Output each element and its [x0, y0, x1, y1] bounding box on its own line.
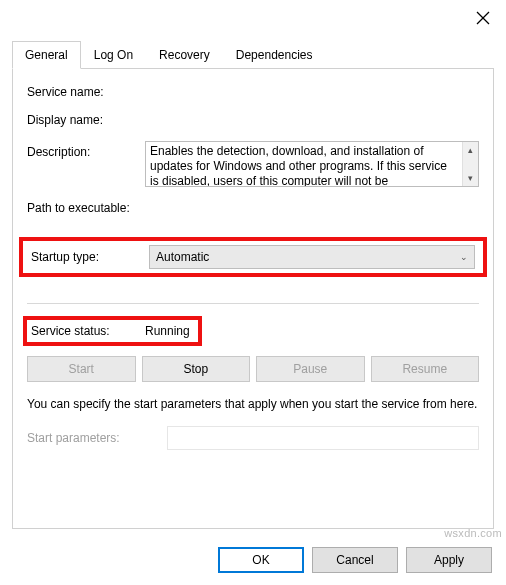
close-icon[interactable] [476, 11, 490, 25]
tab-dependencies[interactable]: Dependencies [223, 41, 326, 69]
resume-button: Resume [371, 356, 480, 382]
service-status-value: Running [145, 324, 190, 338]
startup-type-combobox[interactable]: Automatic ⌄ [149, 245, 475, 269]
watermark: wsxdn.com [444, 527, 502, 539]
tab-recovery[interactable]: Recovery [146, 41, 223, 69]
service-status-label: Service status: [27, 324, 145, 338]
description-box: Enables the detection, download, and ins… [145, 141, 479, 187]
dialog-buttons: OK Cancel Apply [218, 547, 492, 573]
pause-button: Pause [256, 356, 365, 382]
tab-logon[interactable]: Log On [81, 41, 146, 69]
scroll-down-icon[interactable]: ▾ [463, 170, 478, 186]
start-button: Start [27, 356, 136, 382]
description-text: Enables the detection, download, and ins… [146, 142, 462, 186]
cancel-button[interactable]: Cancel [312, 547, 398, 573]
start-parameters-label: Start parameters: [27, 431, 167, 445]
startup-type-value: Automatic [156, 250, 209, 264]
tab-panel-general: Service name: Display name: Description:… [12, 69, 494, 529]
service-status-highlight: Service status: Running [23, 316, 202, 346]
path-label: Path to executable: [27, 201, 145, 215]
display-name-label: Display name: [27, 113, 145, 127]
chevron-down-icon: ⌄ [460, 252, 468, 262]
tabstrip: General Log On Recovery Dependencies [12, 40, 494, 69]
apply-button[interactable]: Apply [406, 547, 492, 573]
separator [27, 303, 479, 304]
dialog-body: General Log On Recovery Dependencies Ser… [0, 40, 506, 541]
startup-type-highlight: Startup type: Automatic ⌄ [19, 237, 487, 277]
start-parameters-row: Start parameters: [27, 426, 479, 450]
titlebar [0, 0, 506, 36]
scroll-up-icon[interactable]: ▴ [463, 142, 478, 158]
help-text: You can specify the start parameters tha… [27, 396, 479, 412]
service-status-row: Service status: Running [27, 316, 479, 346]
start-parameters-input [167, 426, 479, 450]
tab-general[interactable]: General [12, 41, 81, 69]
service-name-label: Service name: [27, 85, 145, 99]
startup-type-label: Startup type: [31, 250, 149, 264]
stop-button[interactable]: Stop [142, 356, 251, 382]
description-scrollbar[interactable]: ▴ ▾ [462, 142, 478, 186]
service-control-buttons: Start Stop Pause Resume [27, 356, 479, 382]
ok-button[interactable]: OK [218, 547, 304, 573]
description-label: Description: [27, 141, 145, 159]
